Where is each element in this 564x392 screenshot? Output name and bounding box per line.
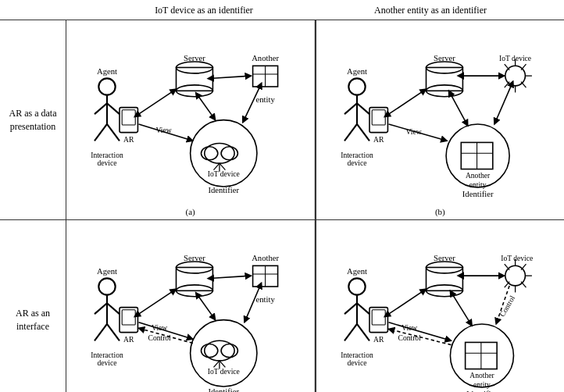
svg-point-95 bbox=[191, 320, 257, 387]
svg-line-109 bbox=[212, 276, 251, 278]
bottom-diagrams: Agent AR Interaction device Server bbox=[66, 220, 564, 392]
svg-line-55 bbox=[521, 64, 526, 69]
diagram-b-svg: Agent AR Interaction device Server bbox=[319, 23, 561, 216]
svg-rect-8 bbox=[122, 110, 135, 125]
svg-text:Server: Server bbox=[434, 54, 455, 62]
svg-rect-125 bbox=[426, 268, 462, 291]
svg-line-110 bbox=[198, 297, 215, 320]
svg-text:IoT device: IoT device bbox=[499, 54, 531, 62]
svg-text:device: device bbox=[97, 159, 116, 167]
svg-text:Another: Another bbox=[466, 171, 491, 180]
svg-text:Another: Another bbox=[252, 254, 279, 262]
main-container: IoT device as an identifier Another enti… bbox=[0, 0, 564, 392]
svg-line-115 bbox=[357, 304, 369, 315]
svg-text:IoT device: IoT device bbox=[208, 367, 240, 376]
svg-rect-44 bbox=[372, 110, 385, 125]
svg-rect-49 bbox=[426, 67, 462, 91]
svg-text:AR: AR bbox=[123, 336, 134, 344]
svg-text:device: device bbox=[347, 159, 366, 167]
svg-line-38 bbox=[344, 103, 357, 114]
diagram-a: Agent AR Interaction device Server bbox=[66, 20, 315, 219]
svg-text:device: device bbox=[97, 359, 116, 368]
svg-line-57 bbox=[504, 82, 509, 87]
caption-a: (a) bbox=[186, 207, 195, 216]
svg-text:Agent: Agent bbox=[347, 267, 367, 276]
svg-line-114 bbox=[344, 304, 357, 315]
svg-line-104 bbox=[139, 289, 177, 314]
caption-b: (b) bbox=[435, 207, 445, 216]
svg-line-129 bbox=[504, 264, 509, 269]
svg-line-116 bbox=[344, 324, 357, 340]
diagram-c-svg: Agent AR Interaction device Server bbox=[70, 223, 311, 392]
row-label-top: AR as a data presentation bbox=[0, 20, 66, 219]
bottom-half: AR as an interface bbox=[0, 219, 564, 392]
svg-point-23 bbox=[201, 147, 217, 160]
svg-text:Another: Another bbox=[252, 54, 279, 62]
svg-text:Interaction: Interaction bbox=[91, 351, 123, 359]
svg-line-34 bbox=[198, 97, 215, 120]
svg-line-73 bbox=[494, 86, 511, 124]
row-label-bottom: AR as an interface bbox=[0, 220, 66, 392]
svg-text:Interaction: Interaction bbox=[341, 351, 373, 359]
svg-text:Identifier: Identifier bbox=[208, 186, 239, 194]
svg-rect-82 bbox=[122, 310, 135, 325]
svg-point-74 bbox=[98, 279, 115, 295]
svg-text:entity: entity bbox=[255, 95, 275, 104]
svg-line-79 bbox=[107, 324, 120, 340]
svg-text:IoT device: IoT device bbox=[501, 254, 533, 262]
svg-line-2 bbox=[95, 103, 107, 114]
svg-line-150 bbox=[452, 295, 472, 326]
svg-line-4 bbox=[95, 124, 107, 141]
svg-line-135 bbox=[521, 282, 526, 287]
body: AR as a data presentation Agent bbox=[0, 20, 564, 392]
svg-point-97 bbox=[201, 344, 217, 358]
svg-text:Server: Server bbox=[184, 254, 205, 262]
svg-text:Interaction: Interaction bbox=[91, 151, 123, 159]
svg-text:Identifier: Identifier bbox=[208, 387, 239, 392]
svg-text:Server: Server bbox=[184, 54, 205, 62]
svg-line-131 bbox=[521, 264, 526, 269]
svg-line-33 bbox=[212, 76, 251, 78]
svg-line-5 bbox=[107, 124, 120, 141]
svg-line-78 bbox=[95, 324, 107, 340]
svg-line-117 bbox=[357, 324, 369, 340]
svg-text:entity: entity bbox=[473, 380, 491, 389]
svg-line-111 bbox=[245, 287, 259, 323]
svg-text:Identifier: Identifier bbox=[462, 190, 494, 198]
header-col1: IoT device as an identifier bbox=[91, 5, 317, 16]
svg-point-24 bbox=[221, 147, 237, 160]
svg-rect-13 bbox=[176, 67, 212, 91]
svg-rect-87 bbox=[176, 268, 212, 291]
svg-text:AR: AR bbox=[373, 336, 384, 344]
svg-text:Agent: Agent bbox=[347, 67, 367, 76]
header-col2: Another entity as an identifier bbox=[317, 5, 544, 16]
svg-text:AR: AR bbox=[123, 135, 134, 144]
svg-line-59 bbox=[521, 82, 526, 87]
svg-line-144 bbox=[388, 289, 426, 314]
top-diagrams: Agent AR Interaction device Server bbox=[66, 20, 564, 219]
top-half: AR as a data presentation Agent bbox=[0, 20, 564, 219]
svg-line-3 bbox=[107, 103, 120, 114]
svg-text:Control: Control bbox=[498, 294, 516, 318]
diagram-c: Agent AR Interaction device Server bbox=[66, 220, 315, 392]
svg-text:Agent: Agent bbox=[97, 67, 117, 76]
svg-text:Control: Control bbox=[148, 334, 172, 343]
svg-text:Server: Server bbox=[434, 254, 455, 262]
svg-line-53 bbox=[504, 64, 509, 69]
svg-text:IoT device: IoT device bbox=[208, 169, 240, 178]
svg-text:device: device bbox=[347, 359, 366, 368]
svg-line-68 bbox=[388, 89, 426, 114]
svg-line-40 bbox=[344, 124, 357, 141]
svg-point-98 bbox=[221, 344, 237, 358]
diagram-d: Agent AR Interaction device Server bbox=[316, 220, 564, 392]
svg-line-35 bbox=[243, 87, 259, 123]
svg-line-72 bbox=[451, 95, 467, 126]
svg-text:entity: entity bbox=[469, 180, 486, 189]
svg-point-112 bbox=[348, 279, 365, 295]
diagram-b: Agent AR Interaction device Server bbox=[316, 20, 564, 219]
svg-rect-120 bbox=[372, 310, 385, 325]
svg-line-30 bbox=[139, 89, 177, 114]
svg-text:AR: AR bbox=[373, 135, 384, 144]
svg-line-41 bbox=[357, 124, 369, 141]
diagram-d-svg: Agent AR Interaction device Server bbox=[319, 223, 561, 392]
